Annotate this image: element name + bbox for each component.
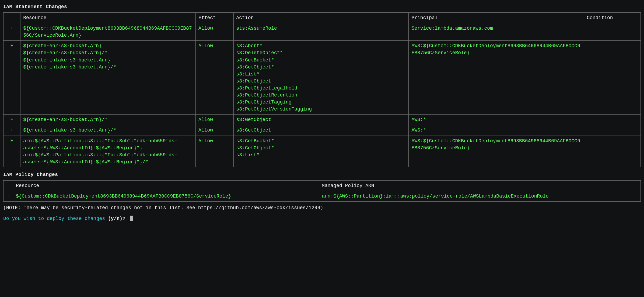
row-effect: Allow <box>196 41 233 115</box>
col-effect: Effect <box>196 13 233 23</box>
row-resource: ${create-intake-s3-bucket.Arn}/* <box>20 125 196 136</box>
row-effect: Allow <box>196 136 233 167</box>
table-row: + ${Custom::CDKBucketDeployment8693BB649… <box>4 23 641 41</box>
iam-statement-changes-title: IAM Statement Changes <box>3 3 641 10</box>
table-row: + ${Custom::CDKBucketDeployment8693BB649… <box>4 191 641 202</box>
col-action: Action <box>233 13 409 23</box>
row-mark: + <box>4 115 20 125</box>
row-principal: AWS:${Custom::CDKBucketDeployment8693BB6… <box>409 41 584 115</box>
row-condition <box>584 136 641 167</box>
row-action: s3:Abort* s3:DeleteObject* s3:GetBucket*… <box>233 41 409 115</box>
row-principal: AWS:${Custom::CDKBucketDeployment8693BB6… <box>409 136 584 167</box>
security-note: (NOTE: There may be security-related cha… <box>3 204 641 211</box>
col-principal: Principal <box>409 13 584 23</box>
col-condition: Condition <box>584 13 641 23</box>
row-effect: Allow <box>196 23 233 41</box>
col-arn: Managed Policy ARN <box>319 180 641 191</box>
row-resource: ${create-ehr-s3-bucket.Arn}/* <box>20 115 196 125</box>
col-mark <box>4 180 13 191</box>
row-effect: Allow <box>196 115 233 125</box>
table-header-row: Resource Managed Policy ARN <box>4 180 641 191</box>
row-mark: + <box>4 23 20 41</box>
col-resource: Resource <box>13 180 319 191</box>
row-resource: ${Custom::CDKBucketDeployment8693BB64968… <box>13 191 319 202</box>
col-resource: Resource <box>20 13 196 23</box>
row-resource: arn:${AWS::Partition}:s3:::{"Fn::Sub":"c… <box>20 136 196 167</box>
prompt-question: Do you wish to deploy these changes <box>3 216 108 221</box>
table-row: + arn:${AWS::Partition}:s3:::{"Fn::Sub":… <box>4 136 641 167</box>
row-resource: ${Custom::CDKBucketDeployment8693BB64968… <box>20 23 196 41</box>
iam-statement-table: Resource Effect Action Principal Conditi… <box>3 12 641 167</box>
table-row: + ${create-ehr-s3-bucket.Arn}/* Allow s3… <box>4 115 641 125</box>
deploy-prompt[interactable]: Do you wish to deploy these changes (y/n… <box>3 215 641 222</box>
row-action: s3:GetObject <box>233 125 409 136</box>
row-condition <box>584 23 641 41</box>
iam-policy-table: Resource Managed Policy ARN + ${Custom::… <box>3 180 641 202</box>
row-mark: + <box>4 191 13 202</box>
row-mark: + <box>4 136 20 167</box>
row-principal: AWS:* <box>409 115 584 125</box>
row-resource: ${create-ehr-s3-bucket.Arn} ${create-ehr… <box>20 41 196 115</box>
row-principal: AWS:* <box>409 125 584 136</box>
terminal-output: IAM Statement Changes Resource Effect Ac… <box>0 0 644 226</box>
row-mark: + <box>4 41 20 115</box>
row-arn: arn:${AWS::Partition}:iam::aws:policy/se… <box>319 191 641 202</box>
prompt-yn: (y/n)? <box>108 216 128 221</box>
table-row: + ${create-ehr-s3-bucket.Arn} ${create-e… <box>4 41 641 115</box>
iam-policy-changes-title: IAM Policy Changes <box>3 171 641 178</box>
row-condition <box>584 125 641 136</box>
row-mark: + <box>4 125 20 136</box>
row-condition <box>584 115 641 125</box>
col-mark <box>4 13 20 23</box>
row-effect: Allow <box>196 125 233 136</box>
table-row: + ${create-intake-s3-bucket.Arn}/* Allow… <box>4 125 641 136</box>
row-condition <box>584 41 641 115</box>
table-header-row: Resource Effect Action Principal Conditi… <box>4 13 641 23</box>
cursor-icon <box>130 216 133 222</box>
row-action: s3:GetBucket* s3:GetObject* s3:List* <box>233 136 409 167</box>
row-action: sts:AssumeRole <box>233 23 409 41</box>
row-action: s3:GetObject <box>233 115 409 125</box>
row-principal: Service:lambda.amazonaws.com <box>409 23 584 41</box>
